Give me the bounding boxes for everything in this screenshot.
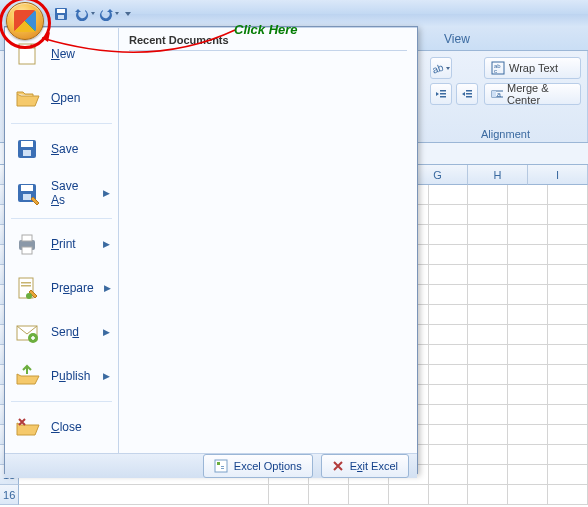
cell[interactable] <box>548 305 588 325</box>
cell[interactable] <box>508 405 548 425</box>
cell[interactable] <box>508 425 548 445</box>
cell[interactable] <box>548 465 588 485</box>
cell[interactable] <box>468 245 508 265</box>
office-menu-close[interactable]: Close <box>5 405 118 449</box>
cell[interactable] <box>468 365 508 385</box>
cell[interactable] <box>468 305 508 325</box>
cell[interactable] <box>548 445 588 465</box>
cell[interactable] <box>548 345 588 365</box>
cell[interactable] <box>548 485 588 505</box>
office-menu-prepare[interactable]: Prepare▶ <box>5 266 118 310</box>
cell[interactable] <box>468 205 508 225</box>
cell[interactable] <box>508 345 548 365</box>
cell[interactable] <box>508 205 548 225</box>
cell[interactable] <box>429 325 469 345</box>
cell[interactable] <box>19 485 269 505</box>
cell[interactable] <box>429 425 469 445</box>
cell[interactable] <box>269 485 309 505</box>
cell[interactable] <box>429 445 469 465</box>
cell[interactable] <box>429 385 469 405</box>
cell[interactable] <box>508 285 548 305</box>
office-menu-publish[interactable]: Publish▶ <box>5 354 118 398</box>
exit-excel-button[interactable]: Exit Excel <box>321 454 409 478</box>
cell[interactable] <box>429 245 469 265</box>
cell[interactable] <box>389 485 429 505</box>
svg-rect-19 <box>23 150 31 156</box>
cell[interactable] <box>508 465 548 485</box>
col-header-h[interactable]: H <box>468 165 528 185</box>
cell[interactable] <box>508 445 548 465</box>
office-menu-label: Save <box>51 142 78 156</box>
office-menu-label: Prepare <box>51 281 94 295</box>
cell[interactable] <box>548 325 588 345</box>
cell[interactable] <box>548 185 588 205</box>
cell[interactable] <box>548 365 588 385</box>
office-button[interactable] <box>6 2 44 40</box>
cell[interactable] <box>508 225 548 245</box>
qat-redo-button[interactable] <box>98 3 120 25</box>
cell[interactable] <box>429 405 469 425</box>
cell[interactable] <box>548 225 588 245</box>
office-menu-save[interactable]: Save <box>5 127 118 171</box>
cell[interactable] <box>429 345 469 365</box>
cell[interactable] <box>548 205 588 225</box>
cell[interactable] <box>468 265 508 285</box>
cell[interactable] <box>508 185 548 205</box>
orientation-button[interactable]: ab <box>430 57 452 79</box>
cell[interactable] <box>508 485 548 505</box>
cell[interactable] <box>468 225 508 245</box>
office-menu-send[interactable]: Send▶ <box>5 310 118 354</box>
cell[interactable] <box>508 365 548 385</box>
cell[interactable] <box>429 265 469 285</box>
cell[interactable] <box>548 405 588 425</box>
cell[interactable] <box>429 285 469 305</box>
cell[interactable] <box>468 465 508 485</box>
merge-center-button[interactable]: a Merge & Center <box>484 83 581 105</box>
qat-undo-button[interactable] <box>74 3 96 25</box>
increase-indent-button[interactable] <box>456 83 478 105</box>
cell[interactable] <box>548 285 588 305</box>
wrap-text-button[interactable]: abc Wrap Text <box>484 57 581 79</box>
excel-options-button[interactable]: Excel Options <box>203 454 313 478</box>
col-header-i[interactable]: I <box>528 165 588 185</box>
office-menu-footer: Excel Options Exit Excel <box>5 453 417 478</box>
cell[interactable] <box>468 485 508 505</box>
cell[interactable] <box>548 425 588 445</box>
cell[interactable] <box>468 345 508 365</box>
close-icon <box>13 413 41 441</box>
cell[interactable] <box>429 205 469 225</box>
cell[interactable] <box>468 405 508 425</box>
cell[interactable] <box>429 225 469 245</box>
cell[interactable] <box>468 425 508 445</box>
open-icon <box>13 84 41 112</box>
cell[interactable] <box>429 485 469 505</box>
increase-indent-icon <box>461 88 473 100</box>
cell[interactable] <box>548 385 588 405</box>
cell[interactable] <box>468 285 508 305</box>
qat-customize-dropdown[interactable] <box>122 3 134 25</box>
cell[interactable] <box>429 305 469 325</box>
tab-view[interactable]: View <box>430 28 484 50</box>
cell[interactable] <box>508 305 548 325</box>
office-menu-open[interactable]: Open <box>5 76 118 120</box>
cell[interactable] <box>309 485 349 505</box>
cell[interactable] <box>508 265 548 285</box>
cell[interactable] <box>349 485 389 505</box>
cell[interactable] <box>548 265 588 285</box>
cell[interactable] <box>508 385 548 405</box>
qat-save-button[interactable] <box>50 3 72 25</box>
cell[interactable] <box>429 465 469 485</box>
cell[interactable] <box>468 445 508 465</box>
cell[interactable] <box>468 385 508 405</box>
cell[interactable] <box>508 245 548 265</box>
cell[interactable] <box>548 245 588 265</box>
cell[interactable] <box>468 325 508 345</box>
cell[interactable] <box>508 325 548 345</box>
office-menu-print[interactable]: Print▶ <box>5 222 118 266</box>
decrease-indent-button[interactable] <box>430 83 452 105</box>
office-menu-saveas[interactable]: Save As▶ <box>5 171 118 215</box>
cell[interactable] <box>468 185 508 205</box>
cell[interactable] <box>429 185 469 205</box>
row-header[interactable]: 16 <box>0 485 19 505</box>
cell[interactable] <box>429 365 469 385</box>
